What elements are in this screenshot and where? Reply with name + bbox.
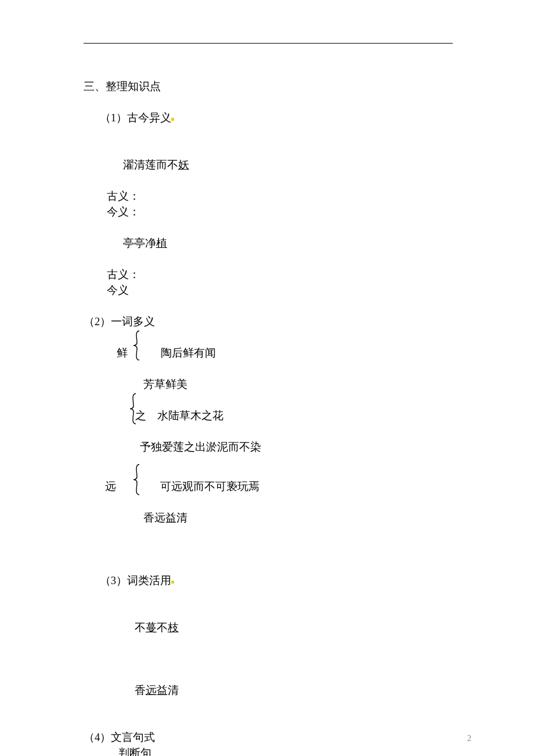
top-horizontal-rule [84,43,453,44]
polysemy-zhi: 之 水陆草木之花 予独爱莲之出淤泥而不染 [84,393,453,455]
polysemy-yuan-label: 远 [105,481,116,492]
s3-3-title: （3）词类活用 [84,557,453,604]
decorative-dot-icon [171,581,174,584]
underlined-char: 植 [156,237,167,249]
section-3-heading: 三、整理知识点 [84,79,453,95]
polysemy-xian-b: 芳草鲜美 [143,379,187,390]
polysemy-zhi-b: 予独爱莲之出淤泥而不染 [140,441,261,453]
s3-4-title: （4）文言句式 [84,730,453,746]
s3-1-ex2-pre: 亭亭净 [123,237,156,249]
polysemy-xian: 鲜 陶后鲜有闻 芳草鲜美 [84,330,453,393]
polysemy-line: 之 水陆草木之花 [84,393,453,440]
curly-brace-icon [131,330,142,361]
s3-3-title-text: （3）词类活用 [100,575,171,586]
curly-brace-icon [131,463,142,496]
s3-3-ex1-p2: 不 [157,622,168,633]
s3-1-title: （1）古今异义 [84,95,453,142]
s3-3-ex1: 不蔓不枝 [84,604,453,651]
s3-3-ex2: 香远益清 [84,667,453,714]
s3-4-item: 判断句 [84,746,453,756]
s3-1-jin2: 今义 [84,283,453,298]
s3-1-title-text: （1）古今异义 [100,112,171,124]
s3-3-ex2-p1: 香 [135,685,146,696]
s3-1-gu2: 古义： [84,267,453,283]
document-body: 三、整理知识点 （1）古今异义 濯清莲而不妖 古义： 今义： 亭亭净植 古义： … [84,79,453,756]
underlined-char: 妖 [178,159,189,171]
decorative-dot-icon [171,118,174,121]
polysemy-zhi-a: 水陆草木之花 [157,410,223,422]
s3-1-gu: 古义： [84,189,453,204]
underlined-char: 远 [146,685,157,696]
s3-1-jin: 今义： [84,204,453,220]
s3-1-ex2: 亭亭净植 [84,220,453,267]
polysemy-xian-a: 陶后鲜有闻 [161,347,216,359]
polysemy-xian-b-line: 芳草鲜美 [84,377,453,393]
s3-2-title: （2）一词多义 [84,314,453,330]
polysemy-xian-label: 鲜 [117,347,128,359]
curly-brace-icon [128,393,138,425]
polysemy-yuan-b: 香远益清 [143,512,187,524]
underlined-char: 蔓 [146,622,157,633]
polysemy-yuan-a: 可远观而不可亵玩焉 [160,481,259,492]
polysemy-yuan: 远 可远观而不可亵玩焉 香远益清 [84,463,453,526]
polysemy-zhi-b-line: 予独爱莲之出淤泥而不染 [84,440,453,455]
page: 三、整理知识点 （1）古今异义 濯清莲而不妖 古义： 今义： 亭亭净植 古义： … [0,0,534,756]
s3-3-ex2-p2: 益清 [157,685,179,696]
underlined-char: 枝 [168,622,179,633]
s3-1-ex1-pre: 濯清莲而不 [123,159,178,171]
polysemy-yuan-b-line: 香远益清 [84,510,453,526]
s3-1-ex1: 濯清莲而不妖 [84,142,453,189]
page-number: 2 [467,734,471,743]
s3-3-ex1-p1: 不 [135,622,146,633]
